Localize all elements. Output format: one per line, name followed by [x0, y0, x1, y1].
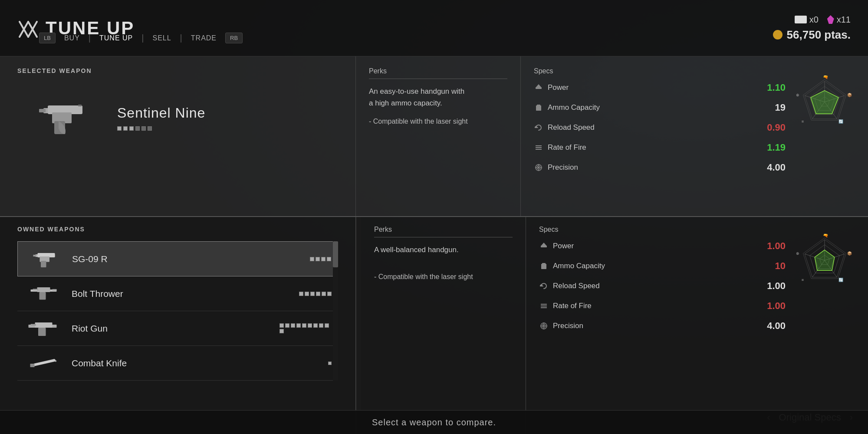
currency-item-2: x11: [827, 15, 851, 25]
compare-spec-precision: Precision 4.00: [539, 320, 786, 332]
header-currency: x0 x11 56,750 ptas.: [773, 15, 851, 42]
svg-rect-8: [39, 109, 46, 112]
svg-rect-54: [30, 324, 36, 326]
combat-knife-name: Combat Knife: [72, 358, 319, 368]
bolt-thrower-dots: [299, 292, 332, 296]
bottom-bar: Select a weapon to compare.: [0, 410, 868, 434]
bolt-thrower-thumb: [24, 282, 63, 306]
riot-gun-thumb: [24, 316, 63, 340]
nav-tuneup[interactable]: TUNE UP: [93, 34, 139, 42]
nav-btn-lb[interactable]: LB: [39, 33, 56, 43]
compare-perks-desc: A well-balanced handgun.: [374, 244, 513, 256]
precision-icon: [534, 163, 543, 172]
svg-rect-59: [542, 263, 546, 265]
spec-reload: Reload Speed 0.90: [534, 122, 786, 134]
radar-chart-bottom: 🔫 📦 🔄 ≡ ⊕: [794, 226, 855, 295]
svg-text:🔫: 🔫: [823, 74, 829, 80]
sg09r-name: SG-09 R: [72, 254, 301, 264]
svg-text:≡: ≡: [802, 119, 804, 124]
svg-rect-62: [541, 306, 547, 306]
svg-text:🔫: 🔫: [823, 233, 829, 238]
compare-rof-value: 1.00: [760, 300, 786, 312]
svg-rect-15: [536, 145, 542, 146]
weapon-list-item-sg09r[interactable]: SG-09 R: [17, 241, 338, 276]
svg-point-20: [538, 167, 539, 168]
list-scrollbar[interactable]: [333, 241, 338, 381]
currency-count-2: x11: [837, 15, 851, 25]
specs-list: Specs Power 1.10 Ammo Capacity 19: [534, 67, 786, 205]
weapon-display: SELECTED WEAPON: [0, 56, 356, 216]
compare-precision-icon: [539, 321, 549, 331]
reload-value: 0.90: [760, 122, 786, 133]
compare-specs-title: Specs: [539, 226, 786, 233]
weapon-image: [17, 83, 104, 152]
svg-rect-55: [30, 364, 34, 367]
compare-spec-ammo: Ammo Capacity 10: [539, 260, 786, 272]
compare-power-icon: [539, 241, 549, 251]
currency-row: x0 x11: [795, 15, 851, 25]
svg-rect-45: [33, 255, 36, 256]
compare-specs-section: Specs Power 1.00 Ammo Capacity 10: [526, 217, 868, 434]
svg-rect-9: [78, 105, 82, 106]
weapon-info: Sentinel Nine: [17, 83, 338, 152]
ammo-label: Ammo Capacity: [548, 103, 755, 112]
svg-text:≡: ≡: [802, 278, 804, 282]
svg-rect-50: [52, 289, 56, 290]
perks-title: Perks: [369, 67, 507, 79]
gem-icon: [827, 15, 834, 24]
svg-rect-53: [38, 328, 46, 336]
ptas-amount: 56,750 ptas.: [787, 28, 851, 42]
weapon-list-item-riot-gun[interactable]: Riot Gun: [17, 311, 338, 346]
compare-specs-list: Specs Power 1.00 Ammo Capacity 10: [539, 226, 786, 405]
weapon-list-item-combat-knife[interactable]: Combat Knife: [17, 346, 338, 381]
compare-compat: - Compatible with the laser sight: [374, 273, 513, 281]
ptas-row: 56,750 ptas.: [773, 28, 851, 42]
weapon-list-item-bolt-thrower[interactable]: Bolt Thrower: [17, 276, 338, 311]
nav-btn-rb[interactable]: RB: [225, 33, 243, 43]
rof-label: Rate of Fire: [548, 143, 755, 152]
svg-rect-47: [37, 287, 50, 292]
selected-weapon-specs-section: Specs Power 1.10 Ammo Capacity 19: [521, 56, 868, 216]
radar-chart-top: 🔫 📦 🔄 ≡ ⊕: [794, 67, 855, 137]
reload-icon: [534, 123, 543, 132]
nav-items: LB BUY | TUNE UP | SELL | TRADE RB: [39, 33, 243, 43]
ammo-value: 19: [760, 102, 786, 113]
sg09r-thumb: [24, 247, 63, 271]
svg-rect-48: [39, 292, 46, 300]
svg-rect-49: [33, 289, 38, 290]
spec-rof: Rate of Fire 1.19: [534, 141, 786, 154]
rof-icon: [534, 143, 543, 152]
spec-precision: Precision 4.00: [534, 161, 786, 174]
nav-buy[interactable]: BUY: [58, 34, 86, 42]
sentinel-nine-image: [26, 96, 95, 139]
specs-title: Specs: [534, 67, 786, 75]
reload-label: Reload Speed: [548, 123, 755, 132]
nav-sell[interactable]: SELL: [146, 34, 178, 42]
combat-knife-thumb: [24, 351, 63, 375]
svg-marker-57: [541, 243, 547, 246]
compare-power-label: Power: [553, 242, 755, 250]
svg-rect-52: [35, 322, 52, 328]
compare-reload-value: 1.00: [760, 280, 786, 292]
nav-trade[interactable]: TRADE: [184, 34, 223, 42]
coin-icon: [773, 30, 783, 39]
power-value: 1.10: [760, 82, 786, 93]
riot-gun-dots: [279, 323, 332, 333]
bottom-section: OWNED WEAPONS SG-09 R: [0, 217, 868, 434]
scrollbar-thumb[interactable]: [333, 241, 338, 267]
rof-value: 1.19: [760, 142, 786, 153]
currency-count-1: x0: [809, 15, 819, 25]
compare-perks: Perks A well-balanced handgun. - Compati…: [361, 217, 526, 434]
ammo-icon: [534, 103, 543, 112]
riot-gun-name: Riot Gun: [72, 323, 271, 334]
precision-label: Precision: [548, 163, 755, 172]
svg-text:📦: 📦: [847, 92, 852, 98]
svg-marker-80: [815, 250, 835, 270]
svg-marker-11: [536, 84, 542, 88]
svg-rect-63: [541, 307, 547, 308]
compare-rof-icon: [539, 301, 549, 311]
combat-knife-dots: [328, 362, 332, 365]
svg-marker-60: [540, 285, 542, 286]
upgrade-dots: [117, 126, 152, 131]
owned-weapons-section: OWNED WEAPONS SG-09 R: [0, 217, 356, 434]
